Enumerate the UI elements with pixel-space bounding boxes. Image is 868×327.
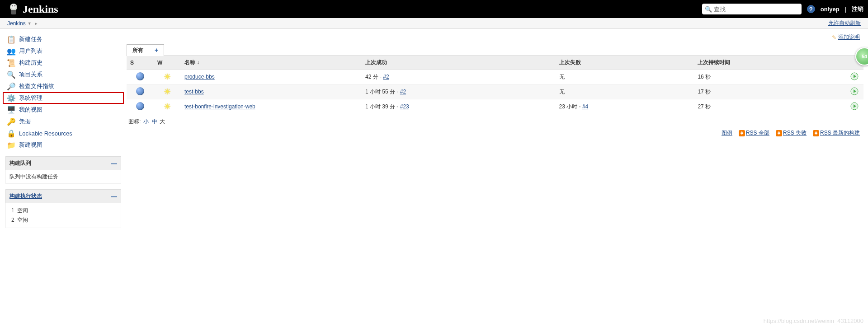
- executor-num: 2: [11, 217, 14, 223]
- sidebar-item-fingerprint[interactable]: 🔎检查文件指纹: [0, 80, 127, 92]
- job-name-link[interactable]: produce-bbs: [184, 74, 215, 80]
- fingerprint-icon: 🔎: [7, 82, 15, 90]
- status-ball-blue-icon[interactable]: [136, 87, 144, 95]
- breadcrumb-root[interactable]: Jenkins: [7, 20, 26, 27]
- sidebar-item-credentials[interactable]: 🔑凭据: [0, 116, 127, 127]
- build-link[interactable]: #2: [400, 89, 406, 95]
- collapse-icon[interactable]: —: [111, 193, 117, 200]
- sidebar-item-label: 新建视图: [19, 141, 42, 149]
- build-link[interactable]: #2: [383, 74, 389, 80]
- rss-icon: ❖: [739, 130, 745, 136]
- build-link[interactable]: #4: [582, 103, 588, 110]
- sidebar-item-new-job[interactable]: 📋新建任务: [0, 33, 127, 45]
- sidebar-item-label: 新建任务: [19, 35, 42, 43]
- rss-latest-link[interactable]: RSS 最新的构建: [820, 130, 860, 136]
- search-input[interactable]: [714, 6, 799, 13]
- brand-logo[interactable]: Jenkins: [7, 2, 58, 16]
- executor-row: 2 空闲: [9, 215, 117, 225]
- folder-icon: 📁: [7, 141, 15, 149]
- executor-num: 1: [11, 207, 14, 214]
- executor-state: 空闲: [17, 217, 28, 223]
- logout-link[interactable]: 注销: [852, 5, 863, 13]
- build-queue-header: 构建队列 —: [5, 156, 121, 170]
- sidebar-item-people[interactable]: 👥用户列表: [0, 45, 127, 57]
- queue-empty-text: 队列中没有构建任务: [9, 173, 58, 180]
- sidebar-item-new-view[interactable]: 📁新建视图: [0, 139, 127, 151]
- schedule-build-icon[interactable]: [850, 72, 859, 80]
- sidebar-item-build-history[interactable]: 📜构建历史: [0, 57, 127, 69]
- col-status[interactable]: S: [127, 56, 154, 70]
- sidebar-item-my-views[interactable]: 🖥️我的视图: [0, 104, 127, 116]
- icon-size-small[interactable]: 小: [143, 118, 149, 125]
- icon-size-medium[interactable]: 中: [152, 118, 157, 125]
- rss-all-link[interactable]: RSS 全部: [746, 130, 769, 136]
- edit-icon: ✎: [832, 34, 836, 41]
- sidebar-item-label: 构建历史: [19, 59, 42, 67]
- table-row: ☀ produce-bbs 42 分 - #2 无 16 秒: [127, 70, 863, 84]
- icon-size-row: 图标: 小 中 大: [127, 114, 863, 126]
- job-name-link[interactable]: test-bbs: [184, 89, 204, 95]
- executor-header: 构建执行状态 —: [5, 189, 121, 203]
- sidebar-item-label: 项目关系: [19, 70, 42, 79]
- weather-sun-icon[interactable]: ☀: [164, 102, 171, 111]
- separator: -: [577, 103, 582, 110]
- col-last-duration[interactable]: 上次持续时间: [694, 56, 845, 70]
- brand-text: Jenkins: [23, 3, 58, 15]
- header-right: 🔍 ? onlyep | 注销: [702, 4, 863, 14]
- chevron-down-icon[interactable]: ▼: [28, 21, 32, 26]
- executor-title[interactable]: 构建执行状态: [9, 192, 42, 200]
- tab-add-view[interactable]: +: [149, 44, 164, 56]
- executor-row: 1 空闲: [9, 206, 117, 215]
- people-icon: 👥: [7, 47, 15, 55]
- breadcrumb-bar: Jenkins ▼ ▸ 允许自动刷新: [0, 18, 868, 29]
- col-last-success[interactable]: 上次成功: [362, 56, 556, 70]
- add-description-link[interactable]: ✎添加说明: [832, 33, 860, 41]
- header-separator: |: [845, 6, 846, 13]
- key-icon: 🔑: [7, 117, 15, 126]
- sidebar: 📋新建任务 👥用户列表 📜构建历史 🔍项目关系 🔎检查文件指纹 ⚙️系统管理 🖥…: [0, 29, 127, 233]
- build-queue-title: 构建队列: [9, 159, 31, 167]
- top-actions: ✎添加说明: [127, 33, 863, 41]
- sidebar-item-label: 凭据: [19, 117, 31, 126]
- search-box[interactable]: 🔍: [702, 4, 802, 14]
- collapse-icon[interactable]: —: [111, 160, 117, 167]
- legend-link[interactable]: 图例: [722, 129, 732, 137]
- build-queue-body: 队列中没有构建任务: [5, 170, 121, 184]
- weather-sun-icon[interactable]: ☀: [164, 72, 171, 81]
- job-name-link[interactable]: test-bonfire-investigation-web: [184, 103, 255, 110]
- separator: -: [378, 74, 383, 80]
- last-failure-time: 23 小时: [559, 103, 578, 110]
- status-ball-blue-icon[interactable]: [136, 72, 144, 80]
- col-name[interactable]: 名称 ↓: [181, 56, 362, 70]
- build-link[interactable]: #23: [400, 103, 409, 110]
- col-weather[interactable]: W: [154, 56, 181, 70]
- jenkins-icon: [7, 2, 20, 16]
- top-header: Jenkins 🔍 ? onlyep | 注销: [0, 0, 868, 18]
- weather-sun-icon[interactable]: ☀: [164, 87, 171, 96]
- main-panel: ✎添加说明 所有 + S W 名称 ↓ 上次成功 上次失败 上次持续时间: [127, 29, 868, 233]
- auto-refresh-link[interactable]: 允许自动刷新: [828, 19, 861, 27]
- table-row: ☀ test-bbs 1 小时 55 分 - #2 无 17 秒: [127, 84, 863, 99]
- sidebar-item-lockable[interactable]: 🔒Lockable Resources: [0, 127, 127, 139]
- icon-size-label: 图标:: [128, 118, 141, 125]
- last-failure: 无: [556, 70, 694, 84]
- sidebar-item-manage[interactable]: ⚙️系统管理: [3, 92, 124, 104]
- job-table: S W 名称 ↓ 上次成功 上次失败 上次持续时间 ☀ produce-bbs …: [127, 56, 863, 114]
- svg-point-4: [14, 5, 15, 6]
- user-link[interactable]: onlyep: [821, 6, 840, 13]
- separator: -: [395, 103, 400, 110]
- schedule-build-icon[interactable]: [850, 102, 859, 110]
- schedule-build-icon[interactable]: [850, 87, 859, 95]
- monitor-icon: 🖥️: [7, 106, 15, 114]
- chevron-right-icon: ▸: [35, 21, 38, 26]
- sidebar-item-label: Lockable Resources: [19, 130, 72, 137]
- tab-all[interactable]: 所有: [127, 44, 149, 56]
- executor-box: 构建执行状态 — 1 空闲 2 空闲: [5, 189, 121, 228]
- status-ball-blue-icon[interactable]: [136, 102, 144, 110]
- help-icon[interactable]: ?: [807, 5, 815, 13]
- rss-icon: ❖: [776, 130, 782, 136]
- rss-fail-link[interactable]: RSS 失败: [783, 130, 807, 136]
- col-last-failure[interactable]: 上次失败: [556, 56, 694, 70]
- last-success-time: 1 小时 55 分: [365, 89, 395, 95]
- sidebar-item-relationship[interactable]: 🔍项目关系: [0, 69, 127, 80]
